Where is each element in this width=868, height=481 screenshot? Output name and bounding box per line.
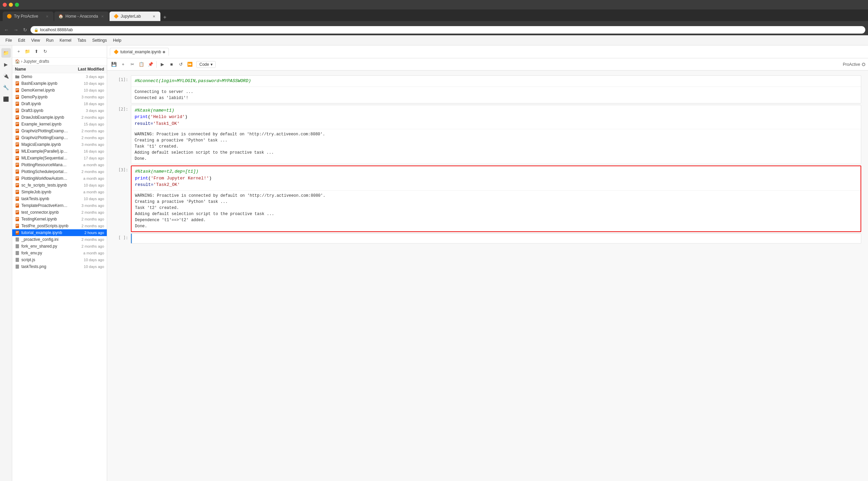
file-icon xyxy=(15,142,20,147)
file-item[interactable]: PlottingWorkflowAutomation... a month ag… xyxy=(12,175,107,182)
close-button[interactable] xyxy=(3,3,7,7)
browser-tab-1[interactable]: 🟠 Try ProActive ✕ xyxy=(3,12,54,21)
cut-button[interactable]: ✂ xyxy=(128,60,136,69)
restart-run-button[interactable]: ⏩ xyxy=(186,60,194,69)
file-item[interactable]: DrawJobExample.ipynb 2 months ago xyxy=(12,114,107,121)
menu-bar: File Edit View Run Kernel Tabs Settings … xyxy=(0,35,868,45)
file-item[interactable]: taskTests.ipynb 10 days ago xyxy=(12,195,107,202)
file-item[interactable]: GraphvizPlottingExample.ipy... 2 months … xyxy=(12,128,107,134)
notebook-tab[interactable]: 🔶 tutorial_example.ipynb xyxy=(110,48,169,56)
breadcrumb-folder[interactable]: Jupyter_drafts xyxy=(23,59,49,64)
file-item[interactable]: PlottingSchedulerportal.ipynb 2 months a… xyxy=(12,168,107,175)
file-item[interactable]: fork_env.py a month ago xyxy=(12,250,107,256)
file-item[interactable]: DemoKernel.ipynb 10 days ago xyxy=(12,87,107,94)
new-folder-button[interactable]: 📁 xyxy=(24,48,31,55)
sidebar-run-icon[interactable]: ▶ xyxy=(1,60,11,69)
file-item[interactable]: taskTests.png 10 days ago xyxy=(12,263,107,270)
add-cell-button[interactable]: + xyxy=(119,60,127,69)
file-item[interactable]: test_connector.ipynb 2 months ago xyxy=(12,209,107,216)
col-modified-header: Last Modified xyxy=(70,67,104,72)
menu-edit[interactable]: Edit xyxy=(15,37,28,44)
stop-button[interactable]: ■ xyxy=(167,60,176,69)
minimize-button[interactable] xyxy=(9,3,13,7)
menu-settings[interactable]: Settings xyxy=(90,37,110,44)
browser-chrome: 🟠 Try ProActive ✕ 🏠 Home - Anaconda ✕ 🔶 … xyxy=(0,0,868,24)
new-tab-button[interactable]: + xyxy=(161,14,169,21)
file-item[interactable]: script.js 10 days ago xyxy=(12,256,107,263)
menu-view[interactable]: View xyxy=(28,37,43,44)
tab3-close[interactable]: ✕ xyxy=(152,14,156,19)
menu-help[interactable]: Help xyxy=(110,37,124,44)
file-date: 2 months ago xyxy=(70,170,104,174)
file-date: 2 months ago xyxy=(70,129,104,133)
new-file-button[interactable]: + xyxy=(15,48,22,55)
forward-button[interactable]: → xyxy=(12,26,20,33)
cell-input[interactable]: #%task(name=t2,dep=[t1]) print('From Jup… xyxy=(132,166,861,190)
file-item[interactable]: TestPre_postScripts.ipynb 2 months ago xyxy=(12,223,107,229)
file-icon xyxy=(15,156,20,160)
back-button[interactable]: ← xyxy=(3,26,10,33)
paste-button[interactable]: 📌 xyxy=(146,60,155,69)
svg-rect-19 xyxy=(16,111,18,111)
reload-button[interactable]: ↻ xyxy=(22,26,28,33)
file-item[interactable]: TestingKernel.ipynb 2 months ago xyxy=(12,216,107,223)
file-item[interactable]: fork_env_shared.py 2 months ago xyxy=(12,243,107,250)
file-item[interactable]: MLExample(Sequential).ipynb 17 days ago xyxy=(12,155,107,161)
menu-run[interactable]: Run xyxy=(43,37,56,44)
file-date: 2 months ago xyxy=(70,115,104,119)
file-date: a month ago xyxy=(70,163,104,167)
menu-tabs[interactable]: Tabs xyxy=(75,37,89,44)
sidebar-extension-icon[interactable]: 🔌 xyxy=(1,71,11,81)
file-item[interactable]: SimpleJob.ipynb a month ago xyxy=(12,189,107,195)
address-bar[interactable]: 🔒 localhost:8888/lab xyxy=(31,26,865,34)
file-item[interactable]: Example_kernel.ipynb 15 days ago xyxy=(12,121,107,128)
maximize-button[interactable] xyxy=(15,3,19,7)
tab2-favicon: 🏠 xyxy=(58,14,63,19)
save-button[interactable]: 💾 xyxy=(110,60,118,69)
file-item[interactable]: tutorial_example.ipynb 2 hours ago xyxy=(12,229,107,236)
kernel-select[interactable]: Code ▾ xyxy=(196,61,216,68)
refresh-button[interactable]: ↻ xyxy=(41,48,49,55)
file-item[interactable]: Demo 3 days ago xyxy=(12,73,107,80)
file-name: PlottingWorkflowAutomation... xyxy=(21,176,68,181)
sidebar-cell-icon[interactable]: ⬛ xyxy=(1,94,11,104)
breadcrumb-home-icon: 🏠 xyxy=(15,59,20,64)
svg-rect-25 xyxy=(16,123,19,123)
run-button[interactable]: ▶ xyxy=(158,60,166,69)
copy-button[interactable]: 📋 xyxy=(137,60,145,69)
file-icon xyxy=(15,230,20,235)
tab2-close[interactable]: ✕ xyxy=(100,14,105,19)
cell-content[interactable] xyxy=(131,233,861,244)
menu-file[interactable]: File xyxy=(3,37,15,44)
cell-content[interactable]: #%connect(login=MYLOGIN,password=MYPASSW… xyxy=(131,75,861,103)
file-item[interactable]: BashExample.ipynb 10 days ago xyxy=(12,80,107,87)
browser-tab-2[interactable]: 🏠 Home - Anaconda ✕ xyxy=(54,12,109,21)
cell-row: [3]:#%task(name=t2,dep=[t1]) print('From… xyxy=(114,166,861,232)
file-item[interactable]: GraphvizPlottingExample2.ip... 2 months … xyxy=(12,134,107,141)
file-item[interactable]: sc_fe_scripts_tests.ipynb 10 days ago xyxy=(12,182,107,189)
upload-button[interactable]: ⬆ xyxy=(33,48,40,55)
cell-input[interactable]: #%connect(login=MYLOGIN,password=MYPASSW… xyxy=(131,76,861,86)
cell-content[interactable]: #%task(name=t1) print('Hello world') res… xyxy=(131,105,861,165)
browser-tab-3[interactable]: 🔶 JupyterLab ✕ xyxy=(110,12,160,21)
file-item[interactable]: Draft3.ipynb 3 days ago xyxy=(12,107,107,114)
sidebar-tools-icon[interactable]: 🔧 xyxy=(1,83,11,92)
svg-rect-45 xyxy=(16,157,19,157)
file-item[interactable]: Draft.ipynb 18 days ago xyxy=(12,100,107,107)
file-item[interactable]: DemoPy.ipynb 3 months ago xyxy=(12,94,107,100)
cell-content[interactable]: #%task(name=t2,dep=[t1]) print('From Jup… xyxy=(131,166,861,232)
restart-button[interactable]: ↺ xyxy=(177,60,185,69)
file-item[interactable]: TemplateProactiveKernel.ipy... 3 months … xyxy=(12,202,107,209)
file-item[interactable]: PlottingResourceManager.ip... a month ag… xyxy=(12,161,107,168)
file-item[interactable]: _proactive_config.ini 2 months ago xyxy=(12,236,107,243)
tab1-close[interactable]: ✕ xyxy=(45,14,50,19)
file-name: TemplateProactiveKernel.ipy... xyxy=(21,203,68,208)
sidebar-files-icon[interactable]: 📁 xyxy=(1,48,11,58)
svg-rect-91 xyxy=(16,233,18,233)
menu-kernel[interactable]: Kernel xyxy=(57,37,74,44)
tab3-favicon: 🔶 xyxy=(114,14,119,19)
kernel-label: Code xyxy=(199,62,209,67)
cell-input[interactable]: #%task(name=t1) print('Hello world') res… xyxy=(131,105,861,129)
file-item[interactable]: MLExample(Parallel).ipynb 16 days ago xyxy=(12,148,107,155)
file-item[interactable]: MagicsExample.ipynb 3 months ago xyxy=(12,141,107,148)
